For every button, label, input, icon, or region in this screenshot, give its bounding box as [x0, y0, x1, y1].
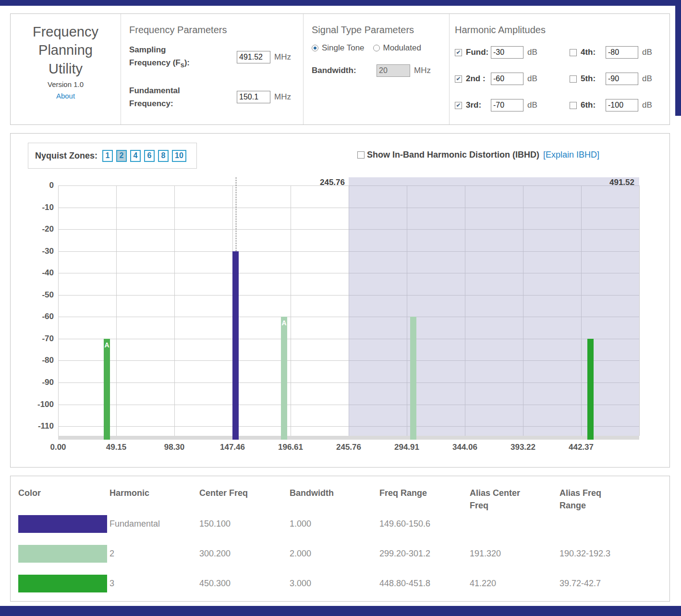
harmonic-checkbox[interactable]: ✔ [455, 102, 462, 109]
frame-strip-top [0, 0, 681, 6]
table-cell-freq-range: 149.60-150.6 [379, 519, 470, 529]
table-header-6: Alias Freq Range [559, 487, 620, 512]
gridline-vertical [174, 185, 175, 436]
harmonic-label: 5th: [581, 74, 606, 84]
fundamental-frequency-label: Fundamental Frequency: [129, 84, 237, 110]
table-cell-alias-center-freq: 191.320 [470, 549, 559, 559]
table-cell-bandwidth: 1.000 [290, 519, 379, 529]
table-header-1: Harmonic [109, 487, 199, 499]
harmonic-checkbox[interactable] [570, 49, 577, 56]
gridline-vertical [291, 185, 291, 436]
fundamental-bar [232, 251, 239, 440]
y-tick-label: -60 [24, 312, 54, 321]
alias-bar-label: A [104, 341, 110, 349]
table-cell-center-freq: 300.200 [199, 549, 290, 559]
about-link[interactable]: About [11, 92, 121, 100]
db-unit-label: dB [527, 74, 537, 84]
table-cell-bandwidth: 2.000 [290, 549, 379, 559]
color-swatch [18, 515, 107, 533]
x-tick-label: 442.37 [557, 443, 605, 452]
table-cell-color [18, 575, 109, 592]
header-panel: Frequency Planning Utility Version 1.0 A… [10, 13, 670, 125]
spectrum-chart: 0-10-20-30-40-50-60-70-80-90-100-1100.00… [11, 134, 669, 467]
sampling-frequency-input[interactable] [237, 51, 270, 63]
harmonic-db-input[interactable] [491, 73, 523, 85]
table-cell-freq-range: 448.80-451.8 [379, 579, 470, 589]
frequency-parameters-section: Frequency Parameters Sampling Frequency … [122, 14, 304, 124]
table-header-5: Alias Center Freq [470, 487, 530, 512]
app-title: Frequency Planning Utility [11, 23, 121, 78]
harmonic-amplitudes-heading: Harmonic Amplitudes [455, 25, 670, 36]
x-axis-baseline [58, 436, 639, 440]
harmonic-checkbox[interactable]: ✔ [455, 49, 462, 56]
x-tick-label: 147.46 [208, 443, 256, 452]
harmonic-amplitudes-grid: ✔Fund:dB✔2nd :dB✔3rd:dB 4th:dB5th:dB6th:… [455, 45, 670, 124]
table-cell-color [18, 545, 109, 563]
harmonic-db-input[interactable] [491, 46, 523, 59]
harmonic-amplitude-row: ✔3rd:dB [455, 98, 570, 112]
x-tick-label: 393.22 [499, 443, 547, 452]
y-tick-label: -50 [24, 290, 54, 300]
table-header-2: Center Freq [199, 487, 290, 499]
color-swatch [18, 545, 107, 563]
harmonic-db-input[interactable] [606, 46, 638, 59]
alias-bar-label: A [281, 319, 287, 327]
db-unit-label: dB [642, 74, 652, 84]
x-tick-label: 0.00 [34, 443, 82, 452]
bandwidth-input [377, 64, 410, 77]
x-tick-label: 294.91 [383, 443, 431, 452]
x-tick-label: 344.06 [441, 443, 489, 452]
sampling-frequency-boundary-label: 491.52 [582, 178, 634, 187]
table-cell-center-freq: 450.300 [199, 579, 290, 589]
gridline-vertical [58, 185, 59, 436]
harmonic-label: 6th: [581, 100, 606, 110]
x-tick-label: 98.30 [150, 443, 198, 452]
table-cell-alias-center-freq: 41.220 [470, 579, 559, 589]
single-tone-radio[interactable] [312, 45, 318, 51]
db-unit-label: dB [527, 48, 537, 57]
harmonic-amplitudes-section: Harmonic Amplitudes ✔Fund:dB✔2nd :dB✔3rd… [450, 14, 670, 124]
bandwidth-row: Bandwidth: MHz [312, 64, 449, 77]
gridline-vertical [116, 185, 117, 436]
harmonic-db-input[interactable] [606, 99, 638, 111]
harmonic-checkbox[interactable] [570, 75, 577, 83]
fundamental-frequency-unit: MHz [274, 92, 291, 102]
harmonic-amplitude-row: 6th:dB [570, 98, 670, 112]
table-cell-alias-freq-range: 190.32-192.3 [559, 549, 665, 559]
y-tick-label: -100 [24, 400, 54, 409]
harmonic-checkbox[interactable] [570, 102, 577, 109]
frame-strip-right [675, 6, 681, 116]
sampling-frequency-row: Sampling Frequency (Fs): MHz [129, 43, 303, 71]
y-tick-label: -80 [24, 356, 54, 365]
color-swatch [18, 575, 107, 592]
harmonic-label: Fund: [466, 48, 491, 57]
harmonic-amplitude-row: ✔2nd :dB [455, 72, 570, 86]
harmonic-label: 3rd: [466, 100, 491, 110]
fundamental-frequency-input[interactable] [237, 91, 270, 103]
chart-panel: Nyquist Zones: 1246810 Show In-Band Harm… [10, 133, 670, 468]
harmonics-table-panel: ColorHarmonicCenter FreqBandwidthFreq Ra… [10, 476, 670, 602]
harmonic-checkbox[interactable]: ✔ [455, 75, 462, 83]
harmonic-label: 4th: [581, 48, 606, 57]
sampling-frequency-unit: MHz [274, 52, 291, 62]
harmonic-db-input[interactable] [606, 73, 638, 85]
zone-boundary-label: 245.76 [292, 178, 345, 187]
y-tick-label: -110 [24, 421, 54, 431]
third-harmonic-alias-bar [104, 339, 110, 440]
bandwidth-unit: MHz [414, 66, 431, 75]
y-tick-label: -90 [24, 378, 54, 387]
table-cell-harmonic: 2 [109, 549, 199, 559]
y-tick-label: -70 [24, 334, 54, 344]
modulated-radio[interactable] [373, 45, 380, 51]
version-label: Version 1.0 [11, 80, 121, 88]
table-cell-harmonic: 3 [109, 579, 199, 589]
table-header-3: Bandwidth [290, 487, 379, 499]
y-tick-label: -20 [24, 224, 54, 234]
y-tick-label: -30 [24, 246, 54, 256]
table-header-4: Freq Range [379, 487, 470, 499]
harmonic-amplitudes-column-2: 4th:dB5th:dB6th:dB [570, 45, 670, 124]
y-tick-label: -10 [24, 203, 54, 212]
harmonic-db-input[interactable] [491, 99, 523, 111]
nyquist-zone-shading [349, 177, 639, 436]
frame-strip-bottom [0, 606, 681, 616]
